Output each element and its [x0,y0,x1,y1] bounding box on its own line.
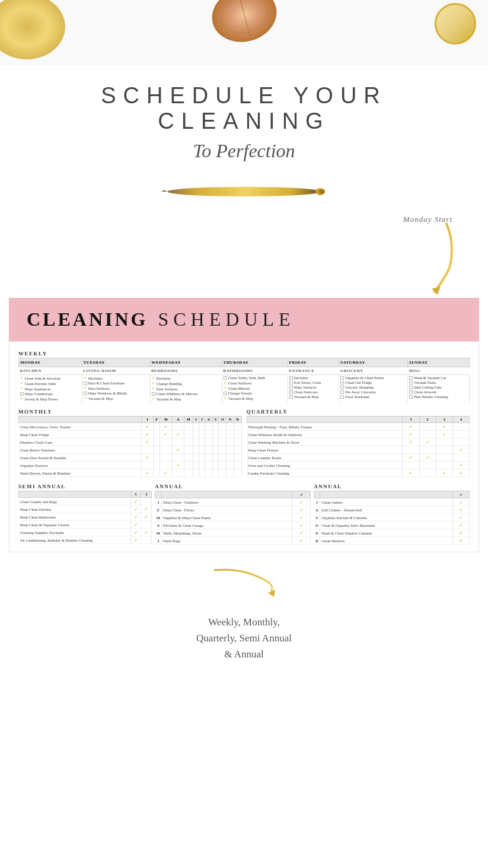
list-item [205,446,212,454]
month-m1: M [160,416,172,423]
monthly-header: MONTHLY [18,407,242,416]
list-item [219,469,227,477]
list-item: ✓ [452,529,469,537]
pink-banner: CLEANING SCHEDULE [9,298,479,341]
list-item: ✓ [160,423,172,431]
list-item [234,431,241,438]
list-item: ✓ [403,469,419,477]
day-saturday: SATURDAY [339,358,408,367]
list-item: ✓ [452,498,469,506]
list-item [234,446,241,454]
list-item [199,446,205,454]
list-item [419,446,436,454]
cat-misc: MISC [407,367,469,375]
list-item: Deep Clean Bathrooms [19,513,131,521]
list-item [172,454,184,462]
list-item: ✓ [130,498,141,505]
list-item [227,454,234,462]
list-item: ✓ [141,505,152,513]
list-item: Air conditioning, Radiator & Heather Cle… [19,536,131,544]
list-item [172,423,184,431]
list-item: Clean & Organize Attic/ Basement [320,522,453,529]
list-item: Deep Clean - Floors [161,506,292,514]
list-item: Garden Furniture Cleaning [247,469,403,477]
list-item: Soft Clothes - Donate/Sell [320,506,453,514]
day-friday: FRIDAY [288,358,339,367]
list-item: M [155,514,162,522]
list-item: Oven and Cooker Cleaning [247,462,403,469]
list-item [219,438,227,446]
banner-bold: CLEANING [27,309,148,330]
month-a1: A [172,416,184,423]
list-item: A [155,522,162,529]
list-item: ✓ [130,505,141,513]
gold-bowl-decoration [0,0,65,59]
annual-1-header: ANNUAL [155,482,311,491]
monthly-table: J F M A M J J A S O N D Clean M [18,416,242,477]
annual-1-table: ✓ J Deep Clean - Outdoors ✓ F Deep Clean… [155,491,311,545]
list-item [193,454,199,462]
list-item [436,454,452,462]
list-item [199,454,205,462]
list-item [234,469,241,477]
list-item [227,462,234,469]
list-item: ✓ [452,514,469,522]
list-item: ✓ [403,423,419,431]
ann2-task-header [320,491,453,498]
q4: 4 [452,416,469,423]
list-item [184,438,193,446]
list-item: ✓ [452,522,469,529]
sa-col1: 1 [130,491,141,498]
bottom-text: Weekly, Monthly,Quarterly, Semi Annual& … [0,608,488,681]
list-item [227,438,234,446]
list-item: Clean Below Furniture [19,446,142,454]
svg-marker-7 [432,286,441,295]
list-item: J [155,537,162,545]
list-item: ✓ [130,521,141,529]
leaf-decoration [203,0,286,47]
list-item: Wash & Clean Window Curtains [320,529,453,537]
entrance-tasks: Declutter Sort Shoes, Coats Wipe Surface… [288,375,339,403]
annual-1-section: ANNUAL ✓ J Deep Clean - Outdoors ✓ F Dee… [155,482,311,545]
quarterly-section: QUARTERLY 1 2 3 4 Thorough Dusting - Fan… [247,407,470,477]
month-j1: J [141,416,153,423]
svg-point-3 [167,187,321,196]
list-item [452,438,469,446]
annual-2-section: ANNUAL ✓ J Clean Gutters ✓ A Soft Clothe… [314,482,470,545]
list-item [234,454,241,462]
list-item: N [314,529,320,537]
list-item [193,423,199,431]
day-wednesday: WEDNESDAY [150,358,222,367]
list-item [199,438,205,446]
list-item [160,454,172,462]
list-item [184,423,193,431]
list-item: ✓ [452,462,469,469]
list-item: ✓ [160,469,172,477]
list-item: ✓ [403,431,419,438]
title-section: SCHEDULE YOUR CLEANING To Perfection [0,65,488,168]
list-item [234,423,241,431]
weekly-table: MONDAY TUESDAY WEDNESDAY THURSDAY FRIDAY… [18,358,470,402]
list-item: Clean Door Knobs & Handles [19,454,142,462]
bottom-arrow-section [0,552,488,608]
list-item [153,423,160,431]
annual-2-header: ANNUAL [314,482,470,491]
list-item: Declutter & Clean Garage [161,522,292,529]
quarterly-task-header [247,416,403,423]
list-item [199,431,205,438]
schedule-container: WEEKLY MONDAY TUESDAY WEDNESDAY THURSDAY… [9,341,479,552]
list-item: ✓ [141,529,152,536]
list-item: F [155,506,162,514]
ann1-check-header: ✓ [292,491,311,498]
gold-circle-decoration [435,3,476,44]
list-item [153,446,160,454]
list-item: Deep Clean - Outdoors [161,498,292,506]
semi-annual-header: SEMI ANNUAL [18,482,152,491]
grocery-tasks: Organize & Clean Pantry Clean Out Fridge… [339,375,408,403]
list-item: ✓ [436,431,452,438]
list-item [141,498,152,505]
list-item [212,438,219,446]
list-item [153,431,160,438]
list-item: ✓ [130,513,141,521]
list-item [153,469,160,477]
